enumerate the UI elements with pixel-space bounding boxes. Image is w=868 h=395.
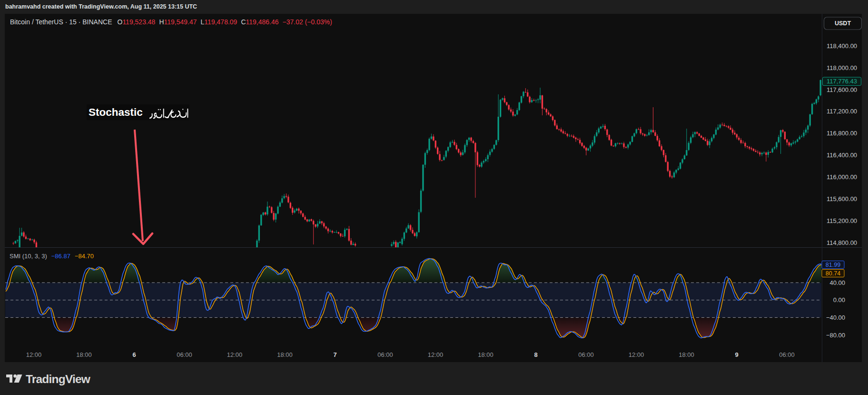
- svg-text:9: 9: [735, 351, 738, 358]
- svg-text:117,600.00: 117,600.00: [827, 86, 857, 93]
- svg-text:12:00: 12:00: [227, 351, 243, 358]
- svg-text:7: 7: [333, 351, 336, 358]
- svg-text:TradingView: TradingView: [26, 373, 91, 385]
- svg-text:18:00: 18:00: [679, 351, 694, 358]
- svg-text:80.74: 80.74: [826, 270, 840, 277]
- svg-text:115,600.00: 115,600.00: [827, 195, 857, 203]
- svg-text:Bitcoin / TetherUS · 15 · BINA: Bitcoin / TetherUS · 15 · BINANCEO119,52…: [10, 18, 332, 26]
- svg-text:6: 6: [132, 351, 136, 358]
- svg-text:06:00: 06:00: [177, 351, 192, 358]
- svg-text:115,200.00: 115,200.00: [827, 217, 857, 224]
- svg-text:18:00: 18:00: [277, 351, 293, 358]
- svg-text:40.00: 40.00: [829, 279, 845, 286]
- svg-text:8: 8: [534, 351, 537, 358]
- svg-text:118,400.00: 118,400.00: [827, 42, 857, 50]
- svg-text:12:00: 12:00: [26, 351, 42, 358]
- svg-text:116,800.00: 116,800.00: [827, 130, 857, 137]
- svg-text:81.99: 81.99: [826, 262, 840, 268]
- svg-text:USDT: USDT: [835, 20, 851, 27]
- svg-text:116,400.00: 116,400.00: [827, 152, 857, 159]
- svg-text:06:00: 06:00: [578, 351, 594, 358]
- svg-text:06:00: 06:00: [779, 351, 795, 358]
- svg-text:118,000.00: 118,000.00: [827, 64, 857, 71]
- svg-text:114,800.00: 114,800.00: [827, 239, 857, 246]
- svg-text:117,776.43: 117,776.43: [827, 78, 857, 85]
- svg-text:−80.00: −80.00: [826, 332, 845, 339]
- svg-text:SMI (10, 3, 3)−86.87−84.70: SMI (10, 3, 3)−86.87−84.70: [10, 253, 94, 260]
- svg-text:0.00: 0.00: [833, 296, 845, 304]
- svg-text:−40.00: −40.00: [826, 314, 845, 321]
- svg-text:18:00: 18:00: [478, 351, 493, 358]
- svg-text:12:00: 12:00: [629, 351, 644, 358]
- svg-text:06:00: 06:00: [377, 351, 393, 358]
- svg-text:116,000.00: 116,000.00: [827, 173, 857, 181]
- svg-text:18:00: 18:00: [76, 351, 92, 358]
- svg-text:Stochastic: Stochastic: [89, 106, 143, 118]
- svg-text:12:00: 12:00: [428, 351, 444, 358]
- svg-text:117,200.00: 117,200.00: [827, 108, 857, 115]
